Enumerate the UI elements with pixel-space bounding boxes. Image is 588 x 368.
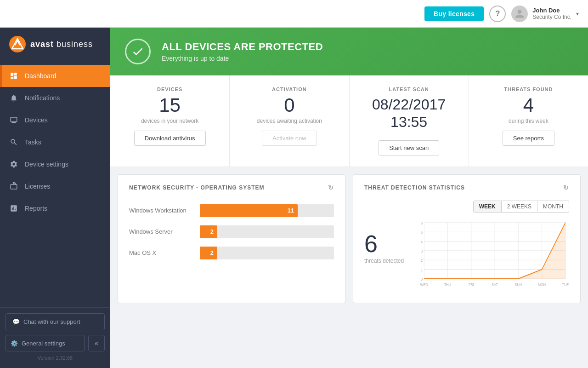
os-refresh-icon[interactable]: ↻ <box>328 184 334 191</box>
threat-chart-title: THREAT DETECTION STATISTICS ↻ <box>364 184 569 191</box>
time-filter-week[interactable]: WEEK <box>473 201 502 213</box>
svg-text:4: 4 <box>421 240 423 244</box>
devices-icon <box>9 115 18 125</box>
stats-row: DEVICES 15 devices in your network Downl… <box>110 75 588 167</box>
avatar <box>511 6 528 22</box>
chat-label: Chat with our support <box>23 318 80 325</box>
threat-chart-card: THREAT DETECTION STATISTICS ↻ WEEK2 WEEK… <box>353 174 581 303</box>
sidebar-item-label: Reports <box>25 205 47 212</box>
stat-card-devices: DEVICES 15 devices in your network Downl… <box>110 75 230 167</box>
bar-fill: 11 <box>200 204 298 217</box>
bar-fill: 2 <box>200 247 217 259</box>
threat-chart-area: 6 threats detected 0123456WEDTHUFRISATSU… <box>364 218 569 293</box>
svg-text:3: 3 <box>421 249 423 253</box>
sidebar-item-label: Tasks <box>25 138 41 146</box>
sidebar-item-label: Device settings <box>25 161 68 168</box>
os-label: Mac OS X <box>129 249 193 256</box>
general-settings-button[interactable]: ⚙️ General settings <box>6 335 85 351</box>
user-menu[interactable]: John Doe Security Co Inc. ▾ <box>511 6 579 22</box>
sidebar-item-dashboard[interactable]: Dashboard <box>0 65 110 87</box>
svg-text:SAT: SAT <box>492 282 498 287</box>
svg-text:FRI: FRI <box>469 282 474 287</box>
settings-icon: ⚙️ <box>11 340 18 347</box>
chevron-down-icon: ▾ <box>576 11 579 17</box>
general-settings-label: General settings <box>22 340 65 347</box>
sidebar-item-device-settings[interactable]: Device settings <box>0 153 110 175</box>
header: Buy licenses ? John Doe Security Co Inc.… <box>0 0 588 28</box>
charts-row: NETWORK SECURITY - OPERATING SYSTEM ↻ Wi… <box>110 167 588 310</box>
bar-container: 2 <box>200 225 334 238</box>
os-bars: Windows Workstation 11 Windows Server 2 … <box>129 201 334 263</box>
os-bar-row: Windows Server 2 <box>129 225 334 238</box>
stat-card-activation: ACTIVATION 0 devices awaiting activation… <box>230 75 349 167</box>
os-chart-card: NETWORK SECURITY - OPERATING SYSTEM ↻ Wi… <box>118 174 345 303</box>
sidebar-item-label: Notifications <box>25 94 60 102</box>
sidebar-item-notifications[interactable]: Notifications <box>0 87 110 109</box>
threat-number: 6 <box>364 232 378 256</box>
stat-label: DEVICES <box>157 86 182 92</box>
svg-text:2: 2 <box>421 258 423 263</box>
main-layout: avast business Dashboard Notifications D… <box>0 28 588 368</box>
sidebar-logo: avast business <box>0 28 110 61</box>
stat-btn-activation[interactable]: Activate now <box>262 131 317 146</box>
svg-text:TUE: TUE <box>562 282 569 287</box>
bar-container: 11 <box>200 204 334 217</box>
dashboard-icon <box>9 71 18 80</box>
os-bar-row: Mac OS X 2 <box>129 247 334 259</box>
sidebar-item-label: Licenses <box>25 183 50 190</box>
logo-text: avast business <box>30 40 93 49</box>
stat-sub: devices awaiting activation <box>257 118 322 124</box>
os-bar-row: Windows Workstation 11 <box>129 204 334 217</box>
sidebar-item-licenses[interactable]: Licenses <box>0 175 110 197</box>
buy-licenses-button[interactable]: Buy licenses <box>424 6 484 21</box>
svg-text:6: 6 <box>421 221 423 225</box>
line-chart: 0123456WEDTHUFRISATSUNMONTUE <box>413 218 569 292</box>
licenses-icon <box>9 182 18 191</box>
collapse-button[interactable]: « <box>88 335 105 351</box>
stat-btn-latest-scan[interactable]: Start new scan <box>379 140 439 155</box>
content-area: ALL DEVICES ARE PROTECTED Everything is … <box>110 28 588 368</box>
notifications-icon <box>9 93 18 103</box>
svg-text:THU: THU <box>444 282 451 287</box>
time-filters: WEEK2 WEEKSMONTH <box>364 201 569 213</box>
threat-label: threats detected <box>364 258 404 264</box>
status-text: ALL DEVICES ARE PROTECTED Everything is … <box>162 41 323 62</box>
stat-sub: devices in your network <box>141 118 198 124</box>
threat-count-area: 6 threats detected <box>364 218 404 264</box>
stat-btn-devices[interactable]: Download antivirus <box>134 131 206 146</box>
svg-text:0: 0 <box>421 277 423 282</box>
svg-text:MON: MON <box>538 282 546 287</box>
status-subtitle: Everything is up to date <box>162 55 323 62</box>
bar-container: 2 <box>200 247 334 259</box>
reports-icon <box>9 204 18 213</box>
svg-text:SUN: SUN <box>515 282 522 287</box>
user-name: John Doe <box>532 7 571 14</box>
time-filter-2-weeks[interactable]: 2 WEEKS <box>502 201 537 213</box>
sidebar-nav: Dashboard Notifications Devices Tasks De… <box>0 61 110 307</box>
stat-label: ACTIVATION <box>272 86 307 92</box>
threat-refresh-icon[interactable]: ↻ <box>563 184 569 191</box>
help-button[interactable]: ? <box>489 6 506 22</box>
sidebar-item-reports[interactable]: Reports <box>0 197 110 219</box>
stat-value: 15 <box>159 96 181 115</box>
stat-card-latest-scan: LATEST SCAN 08/22/201713:55 Start new sc… <box>350 75 469 167</box>
os-label: Windows Workstation <box>129 207 193 214</box>
sidebar-item-devices[interactable]: Devices <box>0 109 110 131</box>
sidebar: avast business Dashboard Notifications D… <box>0 28 110 368</box>
version-text: Version 2.32.68 <box>6 351 105 362</box>
time-filter-month[interactable]: MONTH <box>537 201 569 213</box>
sidebar-item-tasks[interactable]: Tasks <box>0 131 110 153</box>
tasks-icon <box>9 138 18 147</box>
chat-support-button[interactable]: 💬 Chat with our support <box>6 313 105 330</box>
chat-icon: 💬 <box>12 318 20 325</box>
status-title: ALL DEVICES ARE PROTECTED <box>162 41 323 53</box>
bar-fill: 2 <box>200 225 217 238</box>
user-company: Security Co Inc. <box>532 14 571 20</box>
os-label: Windows Server <box>129 228 193 235</box>
stat-sub: during this week <box>509 118 548 124</box>
settings-row: ⚙️ General settings « <box>6 335 105 351</box>
stat-btn-threats-found[interactable]: See reports <box>503 131 554 146</box>
stat-label: LATEST SCAN <box>389 86 429 92</box>
stat-label: THREATS FOUND <box>504 86 553 92</box>
chart-wrapper: 0123456WEDTHUFRISATSUNMONTUE <box>413 218 569 293</box>
